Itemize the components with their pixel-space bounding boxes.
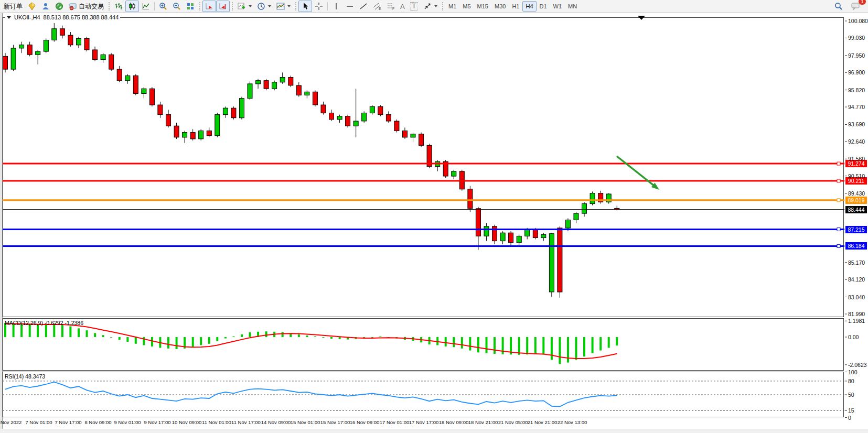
time-axis-label: 7 Nov 01:00 (25, 419, 52, 425)
toolbar-grip (199, 2, 200, 10)
crosshair-tool-button[interactable] (312, 1, 326, 12)
time-axis-label: 18 Nov 21:00 (468, 419, 498, 425)
notification-badge: 1 (859, 0, 866, 5)
timeframe-d1-button[interactable]: D1 (537, 1, 550, 12)
channel-tool-button[interactable]: E (370, 1, 384, 12)
new-order-button[interactable]: 新订单 (1, 1, 25, 12)
templates-dropdown-button[interactable] (274, 1, 293, 12)
candlestick-chart-button[interactable] (125, 1, 139, 12)
time-axis-label: 18 Nov 09:00 (439, 419, 469, 425)
time-axis-label: 11 Nov 01:00 (202, 419, 231, 425)
arrows-tool-button[interactable] (421, 1, 440, 12)
toolbar-grip (232, 2, 233, 10)
macd-axis-tick: 1.1981 (848, 318, 865, 324)
time-axis-label: 14 Nov 09:00 (261, 419, 291, 425)
price-axis-tick: 93.690 (848, 121, 865, 127)
toolbar: 新订单 自动交易 (0, 0, 868, 13)
price-line-label: 89.019 (845, 197, 867, 204)
periods-dropdown-button[interactable] (254, 1, 274, 12)
rsi-axis-tick: 50 (848, 392, 854, 398)
time-axis-label: 9 Nov 17:00 (144, 419, 170, 425)
chevron-down-icon (268, 5, 271, 7)
person-icon (41, 2, 50, 10)
notifications-button[interactable]: 1 (849, 1, 863, 12)
zoom-out-button[interactable] (170, 1, 184, 12)
price-axis-tick: 95.820 (848, 87, 865, 93)
timeframe-h4-button[interactable]: H4 (522, 1, 536, 12)
time-axis-label: 7 Nov 17:00 (55, 419, 81, 425)
rsi-indicator-pane[interactable] (3, 372, 844, 417)
auto-scroll-button[interactable] (202, 1, 216, 12)
tile-windows-icon (186, 2, 195, 10)
signal-icon (55, 2, 63, 10)
chart-title: UKOil-,H4 88.513 88.675 88.388 88.444 (5, 14, 120, 20)
ohlc-values: 88.513 88.675 88.388 88.444 (44, 14, 119, 20)
vertical-line-tool-button[interactable] (329, 1, 343, 12)
horizontal-line-tool-button[interactable] (343, 1, 357, 12)
text-label-tool-button[interactable]: T (408, 1, 421, 12)
trendline-icon (359, 2, 368, 10)
time-axis-label: 17 Nov 01:00 (380, 419, 410, 425)
auto-trading-button[interactable]: 自动交易 (66, 1, 106, 12)
chart-shift-button[interactable] (216, 1, 230, 12)
search-button[interactable] (832, 1, 845, 12)
price-chart-pane[interactable] (3, 17, 844, 317)
label-tool-icon: T (410, 2, 418, 10)
timeframe-m15-button[interactable]: M15 (474, 1, 491, 12)
tile-windows-button[interactable] (184, 1, 197, 12)
symbol-period-label: UKOil-,H4 (14, 14, 40, 20)
fibonacci-icon: F (387, 2, 395, 10)
timeframe-m5-button[interactable]: M5 (459, 1, 474, 12)
line-chart-button[interactable] (139, 1, 153, 12)
time-axis-label: 10 Nov 09:00 (172, 419, 202, 425)
price-axis-tick: 99.030 (848, 35, 865, 41)
time-axis-label: 9 Nov 01:00 (114, 419, 141, 425)
timeframe-w1-button[interactable]: W1 (550, 1, 565, 12)
time-axis-label: 4 Nov 2022 (0, 419, 22, 425)
timeframe-h1-button[interactable]: H1 (509, 1, 522, 12)
timeframe-m30-button[interactable]: M30 (491, 1, 509, 12)
time-axis-label: 8 Nov 09:00 (84, 419, 111, 425)
timeframe-mn-button[interactable]: MN (565, 1, 580, 12)
price-line-label: 88.444 (845, 206, 867, 213)
time-axis-label: 21 Nov 05:00 (498, 419, 528, 425)
time-axis-label: 11 Nov 17:00 (231, 419, 261, 425)
cursor-icon (301, 2, 309, 10)
fibonacci-tool-button[interactable]: F (384, 1, 398, 12)
time-axis-label: 22 Nov 13:00 (558, 419, 587, 425)
text-tool-icon: A (400, 3, 405, 10)
toolbar-separator (154, 2, 155, 10)
ohlc-bars-icon (114, 2, 123, 10)
bar-chart-button[interactable] (112, 1, 125, 12)
price-axis-tick: 100.080 (848, 18, 868, 24)
toolbar-separator (327, 2, 328, 10)
zoom-out-icon (173, 2, 181, 10)
cursor-tool-button[interactable] (298, 1, 312, 12)
time-axis-label: 15 Nov 01:00 (291, 419, 320, 425)
rsi-axis-tick: 80 (848, 378, 854, 384)
signals-button[interactable] (52, 1, 66, 12)
clock-icon (257, 2, 265, 10)
community-button[interactable] (39, 1, 52, 12)
time-axis-label: 15 Nov 17:00 (320, 419, 350, 425)
new-order-label: 新订单 (4, 2, 23, 11)
auto-trading-label: 自动交易 (79, 2, 104, 11)
macd-axis-tick: 0.00 (848, 334, 859, 340)
rsi-axis-tick: 0 (848, 415, 851, 421)
trendline-tool-button[interactable] (357, 1, 370, 12)
macd-indicator-pane[interactable] (3, 318, 844, 371)
macd-axis-tick: -2.0623 (848, 362, 867, 368)
price-axis-tick: 90.510 (848, 173, 865, 179)
indicators-dropdown-button[interactable] (235, 1, 254, 12)
macd-name: MACD(12,26,9) (5, 320, 43, 326)
timeframe-m1-button[interactable]: M1 (445, 1, 459, 12)
template-chart-icon (276, 2, 285, 10)
candlestick-icon (128, 2, 136, 10)
mt4-application: 新订单 自动交易 (0, 0, 868, 433)
metaquotes-button[interactable] (25, 1, 39, 12)
text-tool-button[interactable]: A (398, 1, 408, 12)
chevron-down-icon[interactable] (7, 16, 11, 19)
zoom-in-button[interactable] (156, 1, 170, 12)
arrows-icon (423, 2, 432, 10)
time-axis-label: 21 Nov 21:00 (528, 419, 558, 425)
